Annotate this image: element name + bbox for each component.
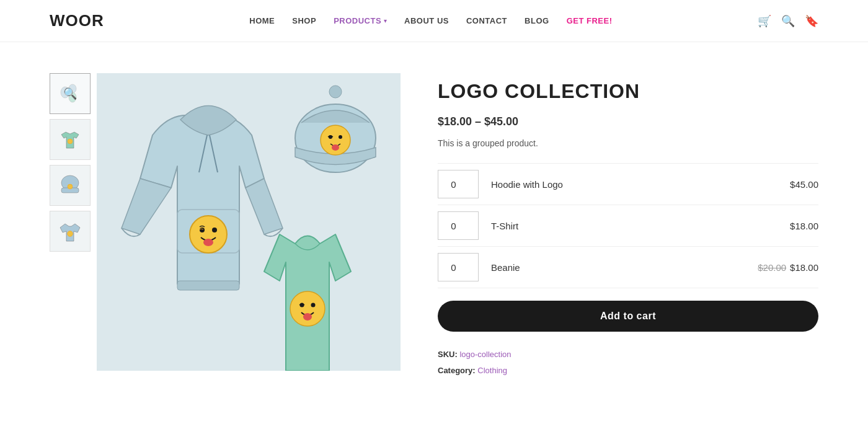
cart-icon[interactable]: 🛒 — [758, 14, 771, 28]
main-product-image[interactable] — [97, 73, 401, 371]
svg-point-21 — [339, 135, 342, 139]
category-value[interactable]: Clothing — [477, 366, 507, 375]
thumbnail-1[interactable]: 🔍 — [50, 73, 91, 114]
thumbnail-4[interactable] — [50, 211, 91, 252]
svg-point-13 — [190, 216, 227, 253]
svg-point-22 — [332, 144, 339, 151]
svg-rect-12 — [177, 281, 239, 290]
item-price-hoodie: $45.00 — [790, 179, 818, 190]
nav-about-us[interactable]: ABOUT US — [404, 16, 449, 25]
svg-point-26 — [303, 313, 312, 321]
nav-shop[interactable]: SHOP — [292, 16, 316, 25]
svg-point-7 — [68, 231, 73, 237]
nav-contact[interactable]: CONTACT — [466, 16, 507, 25]
add-to-cart-button[interactable]: Add to cart — [438, 301, 818, 332]
category-label: Category: — [438, 366, 476, 375]
thumb-4-icon — [56, 218, 84, 245]
bookmark-icon[interactable]: 🔖 — [805, 14, 818, 28]
svg-point-18 — [329, 86, 342, 98]
product-item-tshirt: T-Shirt $18.00 — [438, 205, 818, 246]
product-illustration — [97, 73, 401, 371]
site-logo[interactable]: WOOR — [50, 11, 104, 30]
beanie-sale-price: $18.00 — [790, 262, 818, 273]
svg-point-6 — [68, 184, 73, 189]
product-items-list: Hoodie with Logo $45.00 T-Shirt $18.00 B… — [438, 163, 818, 288]
item-name-beanie: Beanie — [491, 262, 745, 273]
search-icon[interactable]: 🔍 — [781, 14, 795, 28]
product-description: This is a grouped product. — [438, 138, 818, 148]
svg-point-23 — [290, 291, 325, 326]
item-price-beanie: $20.00$18.00 — [758, 262, 818, 273]
product-title: LOGO COLLECTION — [438, 79, 818, 103]
header-actions: 🛒 🔍 🔖 — [758, 14, 818, 28]
product-price: $18.00 – $45.00 — [438, 115, 818, 128]
qty-input-beanie[interactable] — [438, 253, 479, 281]
svg-point-16 — [203, 239, 213, 246]
svg-point-14 — [200, 228, 205, 232]
zoom-icon: 🔍 — [50, 74, 90, 113]
svg-point-25 — [311, 303, 316, 307]
nav-home[interactable]: HOME — [249, 16, 275, 25]
qty-input-tshirt[interactable] — [438, 211, 479, 240]
thumbnail-2[interactable] — [50, 119, 91, 160]
svg-point-3 — [68, 139, 73, 144]
sku-value: logo-collection — [459, 350, 511, 359]
product-meta: SKU: logo-collection Category: Clothing — [438, 347, 818, 379]
thumbnail-list: 🔍 — [50, 73, 91, 379]
chevron-down-icon: ▾ — [384, 17, 387, 24]
product-item-beanie: Beanie $20.00$18.00 — [438, 246, 818, 288]
qty-input-hoodie[interactable] — [438, 170, 479, 198]
main-nav: HOME SHOP PRODUCTS ▾ ABOUT US CONTACT BL… — [249, 16, 612, 25]
sku-label: SKU: — [438, 350, 458, 359]
product-gallery: 🔍 — [50, 73, 401, 379]
nav-blog[interactable]: BLOG — [525, 16, 549, 25]
nav-products[interactable]: PRODUCTS — [334, 16, 381, 25]
item-name-hoodie: Hoodie with Logo — [491, 179, 777, 190]
product-detail: LOGO COLLECTION $18.00 – $45.00 This is … — [438, 73, 818, 379]
nav-get-free[interactable]: GET FREE! — [567, 16, 613, 25]
item-price-tshirt: $18.00 — [790, 221, 818, 231]
thumb-3-icon — [56, 172, 84, 199]
svg-point-15 — [212, 228, 217, 232]
product-item-hoodie: Hoodie with Logo $45.00 — [438, 163, 818, 205]
thumbnail-3[interactable] — [50, 165, 91, 206]
item-name-tshirt: T-Shirt — [491, 221, 777, 231]
beanie-original-price: $20.00 — [758, 262, 786, 273]
thumb-2-icon — [56, 126, 84, 153]
